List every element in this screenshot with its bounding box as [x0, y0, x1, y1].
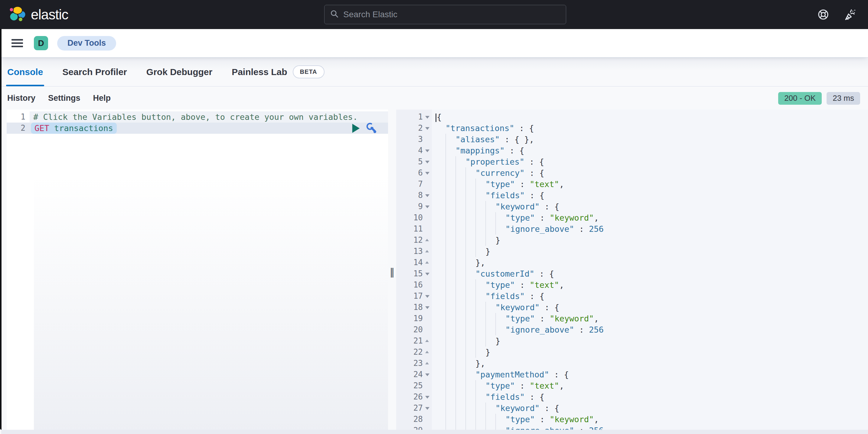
code-text[interactable]: # Click the Variables button, above, to …: [30, 111, 388, 122]
code-text[interactable]: "fields" : {: [432, 190, 868, 201]
response-viewer[interactable]: 1{2"transactions" : {3"aliases" : { },4"…: [396, 110, 868, 434]
code-text[interactable]: },: [432, 358, 868, 369]
response-line[interactable]: 18"keyword" : {: [396, 302, 868, 313]
code-text[interactable]: {: [432, 111, 868, 122]
code-text[interactable]: },: [432, 257, 868, 268]
code-text[interactable]: "type" : "text",: [432, 179, 868, 190]
code-text[interactable]: "keyword" : {: [432, 403, 868, 414]
response-line[interactable]: 20"ignore_above" : 256: [396, 324, 868, 335]
console-menu: HistorySettingsHelp: [7, 93, 111, 103]
response-line[interactable]: 5"properties" : {: [396, 156, 868, 167]
tab-label: Console: [7, 67, 43, 77]
status-badge: 200 - OK: [778, 92, 822, 105]
elastic-logo-icon: [8, 5, 26, 24]
code-text[interactable]: "type" : "text",: [432, 380, 868, 391]
code-text[interactable]: "customerId" : {: [432, 268, 868, 279]
code-text[interactable]: }: [432, 235, 868, 246]
response-line[interactable]: 16"type" : "text",: [396, 279, 868, 291]
code-text[interactable]: }: [432, 347, 868, 358]
response-line[interactable]: 10"type" : "keyword",: [396, 212, 868, 223]
request-gutter: [7, 110, 34, 434]
menu-item-settings[interactable]: Settings: [48, 93, 81, 103]
response-line[interactable]: 19"type" : "keyword",: [396, 313, 868, 324]
elastic-logo[interactable]: elastic: [8, 5, 68, 24]
line-number: 21: [396, 335, 432, 347]
space-avatar[interactable]: D: [34, 36, 48, 50]
code-text[interactable]: "ignore_above" : 256: [432, 223, 868, 235]
response-line[interactable]: 23},: [396, 358, 868, 369]
line-number: 1: [7, 111, 30, 122]
line-number: 13: [396, 246, 432, 257]
response-line[interactable]: 14},: [396, 257, 868, 268]
response-line[interactable]: 4"mappings" : {: [396, 145, 868, 156]
response-line[interactable]: 8"fields" : {: [396, 190, 868, 201]
response-line[interactable]: 26"fields" : {: [396, 391, 868, 403]
logo-wordmark: elastic: [31, 6, 68, 23]
code-text[interactable]: GET transactions: [30, 122, 388, 134]
response-line[interactable]: 28"type" : "keyword",: [396, 414, 868, 425]
breadcrumb[interactable]: Dev Tools: [57, 36, 116, 51]
line-number: 16: [396, 279, 432, 291]
tab-grok-debugger[interactable]: Grok Debugger: [146, 58, 212, 86]
response-line[interactable]: 11"ignore_above" : 256: [396, 223, 868, 235]
menu-item-history[interactable]: History: [7, 93, 35, 103]
text-cursor: [435, 114, 436, 122]
response-line[interactable]: 24"paymentMethod" : {: [396, 369, 868, 380]
code-text[interactable]: "type" : "text",: [432, 279, 868, 291]
code-text[interactable]: "mappings" : {: [432, 145, 868, 156]
response-line[interactable]: 1{: [396, 111, 868, 122]
tab-painless-lab[interactable]: Painless LabBETA: [232, 58, 324, 86]
response-line[interactable]: 7"type" : "text",: [396, 179, 868, 190]
code-text[interactable]: "type" : "keyword",: [432, 212, 868, 223]
code-text[interactable]: "ignore_above" : 256: [432, 324, 868, 335]
request-line[interactable]: 1# Click the Variables button, above, to…: [7, 111, 388, 122]
request-editor[interactable]: 1# Click the Variables button, above, to…: [7, 110, 388, 434]
menu-item-help[interactable]: Help: [93, 93, 111, 103]
code-text[interactable]: }: [432, 335, 868, 347]
send-request-icon[interactable]: [351, 123, 360, 134]
tab-label: Grok Debugger: [146, 67, 212, 77]
code-text[interactable]: "aliases" : { },: [432, 134, 868, 145]
code-text[interactable]: "keyword" : {: [432, 302, 868, 313]
code-text[interactable]: "keyword" : {: [432, 201, 868, 212]
code-text[interactable]: "type" : "keyword",: [432, 414, 868, 425]
response-line[interactable]: 12}: [396, 235, 868, 246]
search-bar[interactable]: [324, 5, 566, 24]
code-text[interactable]: "fields" : {: [432, 391, 868, 403]
code-text[interactable]: "properties" : {: [432, 156, 868, 167]
line-number: 27: [396, 403, 432, 414]
line-number: 8: [396, 190, 432, 201]
response-line[interactable]: 22}: [396, 347, 868, 358]
response-line[interactable]: 25"type" : "text",: [396, 380, 868, 391]
line-number: 4: [396, 145, 432, 156]
request-line[interactable]: 2GET transactions: [7, 122, 388, 134]
menu-button[interactable]: [11, 42, 23, 44]
search-input[interactable]: [343, 10, 560, 19]
code-text[interactable]: }: [432, 246, 868, 257]
line-number: 26: [396, 391, 432, 403]
pane-resizer[interactable]: ‖: [388, 110, 396, 434]
wrench-icon[interactable]: [365, 122, 377, 135]
response-line[interactable]: 17"fields" : {: [396, 291, 868, 302]
code-text[interactable]: "fields" : {: [432, 291, 868, 302]
response-line[interactable]: 9"keyword" : {: [396, 201, 868, 212]
tab-console[interactable]: Console: [7, 58, 43, 86]
newsfeed-icon[interactable]: [844, 8, 857, 21]
code-text[interactable]: "transactions" : {: [432, 122, 868, 134]
code-text[interactable]: "paymentMethod" : {: [432, 369, 868, 380]
response-line[interactable]: 21}: [396, 335, 868, 347]
tab-search-profiler[interactable]: Search Profiler: [62, 58, 127, 86]
help-icon[interactable]: [817, 8, 829, 21]
line-number: 22: [396, 347, 432, 358]
response-line[interactable]: 27"keyword" : {: [396, 403, 868, 414]
response-line[interactable]: 15"customerId" : {: [396, 268, 868, 279]
code-text[interactable]: "type" : "keyword",: [432, 313, 868, 324]
response-line[interactable]: 2"transactions" : {: [396, 122, 868, 134]
response-line[interactable]: 3"aliases" : { },: [396, 134, 868, 145]
line-number: 18: [396, 302, 432, 313]
response-line[interactable]: 13}: [396, 246, 868, 257]
code-text[interactable]: "currency" : {: [432, 167, 868, 179]
line-number: 19: [396, 313, 432, 324]
line-number: 7: [396, 179, 432, 190]
response-line[interactable]: 6"currency" : {: [396, 167, 868, 179]
